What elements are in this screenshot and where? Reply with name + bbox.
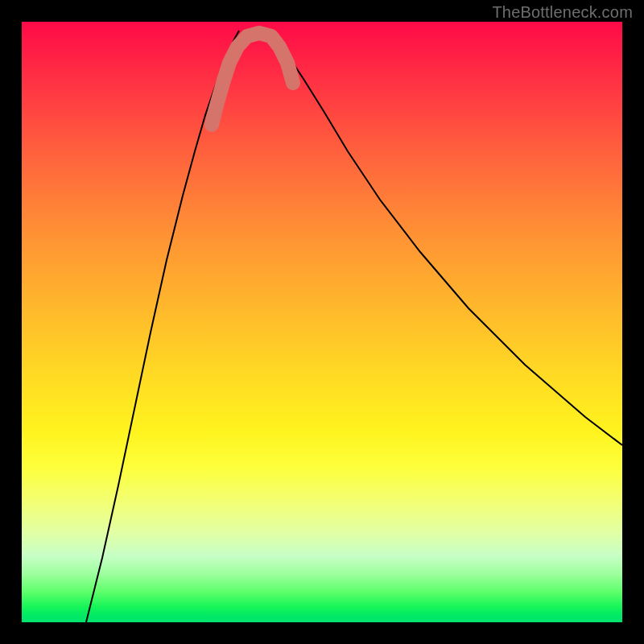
series-right-curve [267,31,622,445]
outer-frame: TheBottleneck.com [0,0,644,644]
watermark-text: TheBottleneck.com [492,3,633,22]
plot-area [22,22,622,622]
series-valley-marker [212,33,293,125]
curve-overlay [22,22,622,622]
